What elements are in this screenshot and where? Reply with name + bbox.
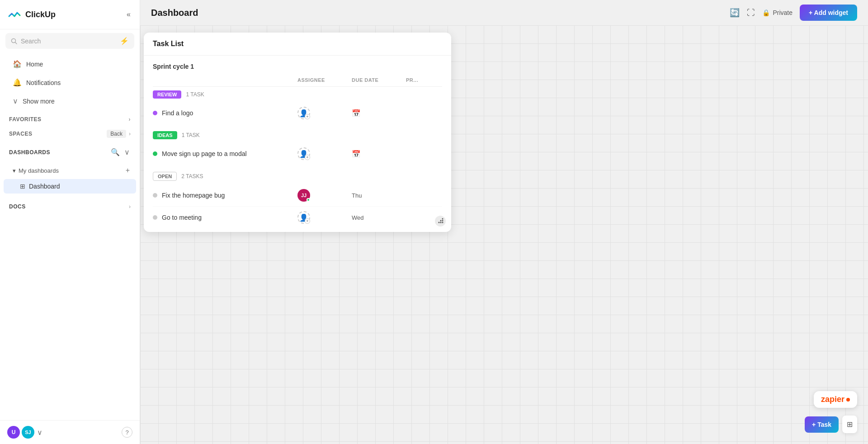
avatar-sj[interactable]: SJ [22,426,34,439]
dashboards-header[interactable]: DASHBOARDS 🔍 ∨ [0,143,140,161]
nav-item-home[interactable]: 🏠 Home [4,55,136,73]
dashboards-search-button[interactable]: 🔍 [110,147,121,157]
grid-view-button[interactable]: ⊞ [842,416,857,433]
col-assignee: ASSIGNEE [297,77,352,83]
assignee-placeholder[interactable]: 👤 + [297,211,310,224]
open-task-count: 2 TASKS [181,173,203,179]
review-task-count: 1 TASK [186,91,204,98]
task-name-cell: Go to meeting [153,214,297,221]
resize-icon [437,218,443,224]
docs-label: DOCS [9,203,26,210]
bell-icon: 🔔 [13,78,22,87]
add-dashboard-button[interactable]: + [125,165,131,175]
table-row[interactable]: Go to meeting 👤 + Wed [153,207,442,228]
nav-label-notifications: Notifications [26,79,61,86]
table-row[interactable]: Find a logo 👤 + 📅 [153,102,442,124]
svg-point-3 [440,222,442,223]
nav-item-show-more[interactable]: ∨ Show more [4,92,136,110]
col-priority: PR... [406,77,442,83]
sidebar-footer: U SJ ∨ ? [0,420,140,444]
assignee-placeholder[interactable]: 👤 + [297,147,310,160]
open-status-badge: OPEN [153,172,177,181]
dashboards-section: DASHBOARDS 🔍 ∨ ▾ My dashboards + ⊞ Dashb… [0,142,140,198]
assignee-cell: 👤 + [297,211,352,224]
calendar-icon: 📅 [352,150,361,158]
dashboard-icon: ⊞ [20,183,25,190]
table-header: ASSIGNEE DUE DATE PR... [153,74,442,87]
favorites-chevron-icon: › [129,116,131,123]
private-label: Private [773,9,793,16]
assignee-placeholder[interactable]: 👤 + [297,107,310,119]
dashboard-grid: Task List Sprint cycle 1 ASSIGNEE DUE DA… [140,25,868,444]
user-dropdown-button[interactable]: ∨ [36,427,43,438]
dashboard-list-item[interactable]: ⊞ Dashboard [4,179,136,194]
assignee-avatar-jj[interactable]: JJ [297,189,310,202]
clickup-logo [7,7,22,22]
spaces-label: SPACES [9,131,32,137]
favorites-section-header[interactable]: FAVORITES › [0,113,140,126]
add-widget-button[interactable]: + Add widget [800,5,857,21]
widget-title: Task List [144,33,451,56]
add-task-button[interactable]: + Task [805,416,839,433]
bottom-right-actions: + Task ⊞ [805,416,857,433]
table-row[interactable]: Fix the homepage bug JJ Thu [153,184,442,207]
page-title: Dashboard [151,8,198,18]
open-group-header: OPEN 2 TASKS [153,168,442,184]
lightning-button[interactable]: ⚡ [120,37,129,45]
col-due-date: DUE DATE [352,77,406,83]
zapier-label: zapier [821,395,844,404]
add-assignee-icon: + [305,218,310,224]
ideas-task-count: 1 TASK [182,132,200,138]
review-group: REVIEW 1 TASK Find a logo 👤 + [153,87,442,124]
nav-items: 🏠 Home 🔔 Notifications ∨ Show more [0,52,140,113]
nav-item-notifications[interactable]: 🔔 Notifications [4,74,136,91]
task-name: Fix the homepage bug [162,192,225,199]
lock-icon: 🔒 [762,9,770,16]
svg-line-1 [15,42,17,44]
spaces-section-header[interactable]: SPACES Back › [0,126,140,142]
fullscreen-button[interactable]: ⛶ [747,8,755,18]
task-status-dot [153,151,157,156]
help-button[interactable]: ? [122,427,132,438]
task-status-dot [153,215,157,220]
my-dashboards-label: My dashboards [19,167,59,174]
add-task-label: + Task [812,421,831,428]
home-icon: 🏠 [13,60,22,68]
due-date-text: Thu [352,192,362,199]
task-name-cell: Move sign up page to a modal [153,150,297,157]
svg-point-7 [442,218,443,220]
due-date-cell: 📅 [352,109,406,118]
user-area: U SJ ∨ [7,426,43,439]
add-assignee-icon: + [305,114,310,119]
private-button[interactable]: 🔒 Private [762,9,793,16]
chevron-down-icon: ∨ [13,97,18,105]
docs-chevron-icon: › [129,203,131,210]
svg-point-5 [440,220,442,222]
sidebar-header: ClickUp « [0,0,140,29]
top-bar: Dashboard 🔄 ⛶ 🔒 Private + Add widget [140,0,868,25]
docs-header[interactable]: DOCS › [0,200,140,213]
ideas-group-header: IDEAS 1 TASK [153,128,442,143]
svg-point-4 [442,222,443,223]
review-status-badge: REVIEW [153,90,181,99]
main-content: Dashboard 🔄 ⛶ 🔒 Private + Add widget Tas… [140,0,868,444]
task-status-dot [153,111,157,115]
collapse-sidebar-button[interactable]: « [125,9,132,20]
resize-handle[interactable] [435,216,446,227]
dashboards-expand-button[interactable]: ∨ [123,147,131,157]
search-bar[interactable]: Search ⚡ [5,33,134,49]
favorites-label: FAVORITES [9,116,42,123]
dashboards-label: DASHBOARDS [9,149,50,156]
spaces-left: SPACES [9,131,32,137]
app-name: ClickUp [25,10,56,19]
zapier-badge[interactable]: zapier [814,391,857,408]
add-assignee-icon: + [305,155,310,160]
grid-view-icon: ⊞ [847,420,853,428]
task-name: Find a logo [162,109,193,117]
task-list-widget: Task List Sprint cycle 1 ASSIGNEE DUE DA… [144,33,451,232]
my-dashboards-header[interactable]: ▾ My dashboards + [0,163,140,178]
refresh-button[interactable]: 🔄 [730,8,740,18]
table-row[interactable]: Move sign up page to a modal 👤 + 📅 [153,143,442,165]
back-button[interactable]: Back [107,130,126,138]
avatar-u[interactable]: U [7,426,20,439]
